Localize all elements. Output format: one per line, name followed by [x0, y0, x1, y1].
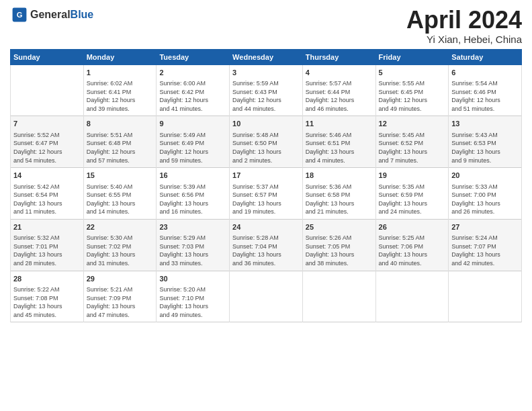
cell-info: Sunrise: 5:24 AM Sunset: 7:07 PM Dayligh…: [451, 234, 519, 267]
month-title: April 2024: [406, 7, 522, 34]
table-row: 27Sunrise: 5:24 AM Sunset: 7:07 PM Dayli…: [449, 219, 522, 271]
table-row: 4Sunrise: 5:57 AM Sunset: 6:44 PM Daylig…: [302, 64, 375, 116]
cell-info: Sunrise: 5:51 AM Sunset: 6:48 PM Dayligh…: [87, 131, 154, 165]
cell-info: Sunrise: 5:21 AM Sunset: 7:09 PM Dayligh…: [87, 285, 154, 319]
day-number: 24: [232, 222, 300, 232]
day-number: 6: [451, 68, 519, 78]
cell-info: Sunrise: 5:54 AM Sunset: 6:46 PM Dayligh…: [451, 79, 519, 113]
table-row: 21Sunrise: 5:32 AM Sunset: 7:01 PM Dayli…: [11, 219, 84, 271]
day-number: 25: [306, 222, 373, 232]
day-number: 21: [13, 222, 81, 232]
cell-info: Sunrise: 5:22 AM Sunset: 7:08 PM Dayligh…: [13, 285, 81, 319]
day-number: 1: [87, 68, 154, 78]
col-header-wednesday: Wednesday: [230, 49, 303, 64]
day-number: 29: [87, 274, 154, 284]
day-number: 20: [451, 171, 519, 181]
day-number: 15: [87, 171, 154, 181]
table-row: 10Sunrise: 5:48 AM Sunset: 6:50 PM Dayli…: [230, 116, 303, 168]
logo-general: General: [30, 9, 71, 20]
cell-info: Sunrise: 5:33 AM Sunset: 7:00 PM Dayligh…: [451, 183, 519, 216]
day-number: 3: [232, 68, 300, 78]
col-header-monday: Monday: [83, 49, 157, 64]
cell-info: Sunrise: 5:57 AM Sunset: 6:44 PM Dayligh…: [306, 79, 373, 113]
cell-info: Sunrise: 5:28 AM Sunset: 7:04 PM Dayligh…: [232, 234, 300, 267]
table-row: 17Sunrise: 5:37 AM Sunset: 6:57 PM Dayli…: [230, 168, 303, 220]
day-number: 18: [306, 171, 373, 181]
table-row: 13Sunrise: 5:43 AM Sunset: 6:53 PM Dayli…: [449, 116, 522, 168]
table-row: 28Sunrise: 5:22 AM Sunset: 7:08 PM Dayli…: [11, 271, 84, 322]
table-row: 11Sunrise: 5:46 AM Sunset: 6:51 PM Dayli…: [302, 116, 375, 168]
table-row: [230, 271, 303, 322]
cell-info: Sunrise: 5:45 AM Sunset: 6:52 PM Dayligh…: [379, 131, 446, 165]
cell-info: Sunrise: 5:29 AM Sunset: 7:03 PM Dayligh…: [159, 234, 226, 267]
day-number: 28: [13, 274, 81, 284]
day-number: 2: [159, 68, 226, 78]
day-number: 4: [306, 68, 373, 78]
svg-text:G: G: [17, 11, 23, 19]
cell-info: Sunrise: 6:00 AM Sunset: 6:42 PM Dayligh…: [159, 79, 226, 113]
location-title: Yi Xian, Hebei, China: [406, 34, 522, 45]
cell-info: Sunrise: 5:39 AM Sunset: 6:56 PM Dayligh…: [159, 183, 226, 216]
cell-info: Sunrise: 5:42 AM Sunset: 6:54 PM Dayligh…: [13, 183, 81, 216]
day-number: 13: [451, 119, 519, 129]
day-number: 16: [159, 171, 226, 181]
table-row: 16Sunrise: 5:39 AM Sunset: 6:56 PM Dayli…: [157, 168, 230, 220]
day-number: 7: [13, 119, 81, 129]
col-header-saturday: Saturday: [449, 49, 522, 64]
day-number: 11: [306, 119, 373, 129]
day-number: 22: [87, 222, 154, 232]
calendar-table: SundayMondayTuesdayWednesdayThursdayFrid…: [10, 49, 522, 323]
cell-info: Sunrise: 5:30 AM Sunset: 7:02 PM Dayligh…: [87, 234, 154, 267]
table-row: 9Sunrise: 5:49 AM Sunset: 6:49 PM Daylig…: [157, 116, 230, 168]
table-row: 1Sunrise: 6:02 AM Sunset: 6:41 PM Daylig…: [83, 64, 157, 116]
table-row: 26Sunrise: 5:25 AM Sunset: 7:06 PM Dayli…: [375, 219, 449, 271]
table-row: 18Sunrise: 5:36 AM Sunset: 6:58 PM Dayli…: [302, 168, 375, 220]
day-number: 8: [87, 119, 154, 129]
cell-info: Sunrise: 5:20 AM Sunset: 7:10 PM Dayligh…: [159, 285, 226, 319]
cell-info: Sunrise: 5:25 AM Sunset: 7:06 PM Dayligh…: [379, 234, 446, 267]
day-number: 10: [232, 119, 300, 129]
table-row: [302, 271, 375, 322]
cell-info: Sunrise: 5:48 AM Sunset: 6:50 PM Dayligh…: [232, 131, 300, 165]
cell-info: Sunrise: 5:40 AM Sunset: 6:55 PM Dayligh…: [87, 183, 154, 216]
col-header-sunday: Sunday: [11, 49, 84, 64]
table-row: 22Sunrise: 5:30 AM Sunset: 7:02 PM Dayli…: [83, 219, 157, 271]
cell-info: Sunrise: 5:52 AM Sunset: 6:47 PM Dayligh…: [13, 131, 81, 165]
table-row: [11, 64, 84, 116]
table-row: 12Sunrise: 5:45 AM Sunset: 6:52 PM Dayli…: [375, 116, 449, 168]
day-number: 30: [159, 274, 226, 284]
day-number: 5: [379, 68, 446, 78]
table-row: 25Sunrise: 5:26 AM Sunset: 7:05 PM Dayli…: [302, 219, 375, 271]
day-number: 26: [379, 222, 446, 232]
day-number: 23: [159, 222, 226, 232]
title-block: April 2024 Yi Xian, Hebei, China: [406, 7, 522, 45]
table-row: 20Sunrise: 5:33 AM Sunset: 7:00 PM Dayli…: [449, 168, 522, 220]
cell-info: Sunrise: 5:35 AM Sunset: 6:59 PM Dayligh…: [379, 183, 446, 216]
table-row: 30Sunrise: 5:20 AM Sunset: 7:10 PM Dayli…: [157, 271, 230, 322]
table-row: 29Sunrise: 5:21 AM Sunset: 7:09 PM Dayli…: [83, 271, 157, 322]
day-number: 27: [451, 222, 519, 232]
table-row: 3Sunrise: 5:59 AM Sunset: 6:43 PM Daylig…: [230, 64, 303, 116]
cell-info: Sunrise: 5:36 AM Sunset: 6:58 PM Dayligh…: [306, 183, 373, 216]
table-row: 14Sunrise: 5:42 AM Sunset: 6:54 PM Dayli…: [11, 168, 84, 220]
col-header-friday: Friday: [375, 49, 449, 64]
table-row: 23Sunrise: 5:29 AM Sunset: 7:03 PM Dayli…: [157, 219, 230, 271]
cell-info: Sunrise: 5:59 AM Sunset: 6:43 PM Dayligh…: [232, 79, 300, 113]
day-number: 14: [13, 171, 81, 181]
logo-blue: Blue: [71, 9, 94, 20]
cell-info: Sunrise: 5:46 AM Sunset: 6:51 PM Dayligh…: [306, 131, 373, 165]
cell-info: Sunrise: 5:37 AM Sunset: 6:57 PM Dayligh…: [232, 183, 300, 216]
table-row: 6Sunrise: 5:54 AM Sunset: 6:46 PM Daylig…: [449, 64, 522, 116]
table-row: 19Sunrise: 5:35 AM Sunset: 6:59 PM Dayli…: [375, 168, 449, 220]
col-header-tuesday: Tuesday: [157, 49, 230, 64]
cell-info: Sunrise: 5:26 AM Sunset: 7:05 PM Dayligh…: [306, 234, 373, 267]
table-row: 5Sunrise: 5:55 AM Sunset: 6:45 PM Daylig…: [375, 64, 449, 116]
cell-info: Sunrise: 5:55 AM Sunset: 6:45 PM Dayligh…: [379, 79, 446, 113]
day-number: 17: [232, 171, 300, 181]
day-number: 9: [159, 119, 226, 129]
cell-info: Sunrise: 5:32 AM Sunset: 7:01 PM Dayligh…: [13, 234, 81, 267]
table-row: 7Sunrise: 5:52 AM Sunset: 6:47 PM Daylig…: [11, 116, 84, 168]
day-number: 19: [379, 171, 446, 181]
table-row: 8Sunrise: 5:51 AM Sunset: 6:48 PM Daylig…: [83, 116, 157, 168]
table-row: 15Sunrise: 5:40 AM Sunset: 6:55 PM Dayli…: [83, 168, 157, 220]
